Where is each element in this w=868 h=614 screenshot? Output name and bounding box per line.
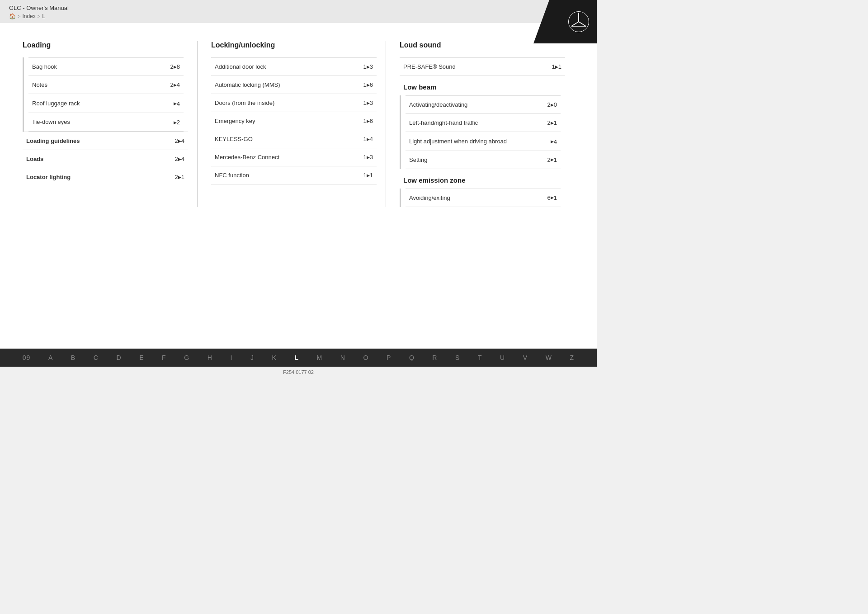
column-loud-sound: Loud sound PRE-SAFE® Sound 1▶1 Low beam … [386,41,574,207]
table-row[interactable]: Activating/deactivating 2▶0 [406,96,561,114]
alpha-m[interactable]: M [317,354,323,361]
entry-roof-luggage-rack-page: ▶4 [147,94,184,113]
column-loading: Loading Bag hook 2▶8 Notes 2▶4 [23,41,197,207]
breadcrumb-sep-2: > [38,14,40,19]
table-row[interactable]: Doors (from the inside) 1▶3 [211,94,377,112]
entry-locator-lighting-page: 2▶1 [152,168,188,186]
entry-notes: Notes [28,76,147,94]
entry-left-right-traffic-page: 2▶1 [539,114,561,132]
alpha-s[interactable]: S [455,354,460,361]
entry-doors-inside-page: 1▶3 [345,94,377,112]
entry-emergency-key-page: 1▶6 [345,112,377,130]
alpha-i[interactable]: I [230,354,232,361]
header-left: GLC - Owner's Manual 🏠 > Index > L [9,5,69,19]
entry-roof-luggage-rack: Roof luggage rack [28,94,147,113]
table-row[interactable]: Avoiding/exiting 6▶1 [406,189,561,207]
footer: F254 0177 02 [0,367,597,378]
entry-loading-guidelines-page: 2▶4 [152,132,188,150]
entry-loads-page: 2▶4 [152,150,188,168]
entry-light-adjustment-abroad-page: ▶4 [539,132,561,151]
alpha-k[interactable]: K [272,354,276,361]
loading-subtable-wrapper: Bag hook 2▶8 Notes 2▶4 Roof luggage rack [23,57,188,132]
alpha-d[interactable]: D [116,354,121,361]
entry-doors-inside: Doors (from the inside) [211,94,345,112]
alphabet-bar: 09 A B C D E F G H I J K L M N O P Q R S… [0,349,597,367]
alpha-c[interactable]: C [94,354,99,361]
table-row[interactable]: Roof luggage rack ▶4 [28,94,184,113]
alpha-a[interactable]: A [48,354,53,361]
breadcrumb-l[interactable]: L [42,13,45,19]
table-row[interactable]: PRE-SAFE® Sound 1▶1 [400,58,565,76]
entry-mercedes-benz-connect-page: 1▶3 [345,148,377,166]
table-row[interactable]: Loads 2▶4 [23,150,188,168]
entry-tie-down-eyes: Tie-down eyes [28,113,147,132]
table-row[interactable]: Automatic locking (MMS) 1▶6 [211,76,377,94]
low-beam-header: Low beam [400,76,565,95]
footer-code: F254 0177 02 [283,369,314,375]
alpha-f[interactable]: F [162,354,166,361]
alpha-09[interactable]: 09 [23,354,31,361]
alpha-r[interactable]: R [432,354,437,361]
table-row[interactable]: Loading guidelines 2▶4 [23,132,188,150]
alpha-e[interactable]: E [139,354,144,361]
alpha-h[interactable]: H [208,354,212,361]
alpha-v[interactable]: V [523,354,528,361]
entry-automatic-locking: Automatic locking (MMS) [211,76,345,94]
manual-title: GLC - Owner's Manual [9,5,69,11]
entry-loading-guidelines: Loading guidelines [23,132,152,150]
table-row[interactable]: Notes 2▶4 [28,76,184,94]
entry-avoiding-exiting: Avoiding/exiting [406,189,520,207]
entry-left-right-traffic: Left-hand/right-hand traffic [406,114,539,132]
entry-automatic-locking-page: 1▶6 [345,76,377,94]
breadcrumb-home[interactable]: 🏠 [9,13,16,19]
column-locking: Locking/unlocking Additional door lock 1… [197,41,386,207]
columns-wrapper: Loading Bag hook 2▶8 Notes 2▶4 [23,41,574,207]
table-row[interactable]: Locator lighting 2▶1 [23,168,188,186]
entry-setting: Setting [406,151,539,169]
entry-nfc-function: NFC function [211,166,345,184]
header: GLC - Owner's Manual 🏠 > Index > L [0,0,597,23]
table-row[interactable]: Tie-down eyes ▶2 [28,113,184,132]
entry-avoiding-exiting-page: 6▶1 [520,189,561,207]
table-row[interactable]: Left-hand/right-hand traffic 2▶1 [406,114,561,132]
table-row[interactable]: Emergency key 1▶6 [211,112,377,130]
alpha-j[interactable]: J [250,354,254,361]
entry-bag-hook: Bag hook [28,58,147,76]
alpha-z[interactable]: Z [570,354,575,361]
entry-pre-safe-sound-page: 1▶1 [528,58,565,76]
entry-mercedes-benz-connect: Mercedes-Benz Connect [211,148,345,166]
entry-keyless-go: KEYLESS-GO [211,130,345,148]
breadcrumb: 🏠 > Index > L [9,13,69,19]
alpha-u[interactable]: U [500,354,505,361]
alpha-l[interactable]: L [294,354,299,361]
loud-sound-table: PRE-SAFE® Sound 1▶1 [400,57,565,76]
table-row[interactable]: Bag hook 2▶8 [28,58,184,76]
loading-subtable: Bag hook 2▶8 Notes 2▶4 Roof luggage rack [28,57,184,132]
table-row[interactable]: Mercedes-Benz Connect 1▶3 [211,148,377,166]
entry-emergency-key: Emergency key [211,112,345,130]
entry-additional-door-lock-page: 1▶3 [345,58,377,76]
entry-activating-deactivating: Activating/deactivating [406,96,539,114]
logo-area [533,0,597,43]
entry-keyless-go-page: 1▶4 [345,130,377,148]
alpha-n[interactable]: N [340,354,345,361]
table-row[interactable]: NFC function 1▶1 [211,166,377,184]
alpha-g[interactable]: G [184,354,189,361]
alpha-w[interactable]: W [546,354,552,361]
table-row[interactable]: Additional door lock 1▶3 [211,58,377,76]
low-emission-table: Avoiding/exiting 6▶1 [406,189,561,207]
entry-locator-lighting: Locator lighting [23,168,152,186]
alpha-q[interactable]: Q [409,354,415,361]
table-row[interactable]: KEYLESS-GO 1▶4 [211,130,377,148]
table-row[interactable]: Light adjustment when driving abroad ▶4 [406,132,561,151]
entry-light-adjustment-abroad: Light adjustment when driving abroad [406,132,539,151]
locking-table: Additional door lock 1▶3 Automatic locki… [211,57,377,184]
alpha-p[interactable]: P [387,354,391,361]
table-row[interactable]: Setting 2▶1 [406,151,561,169]
breadcrumb-index[interactable]: Index [22,13,35,19]
alpha-t[interactable]: T [478,354,482,361]
entry-nfc-function-page: 1▶1 [345,166,377,184]
mercedes-logo [567,10,590,33]
alpha-b[interactable]: B [71,354,75,361]
alpha-o[interactable]: O [363,354,368,361]
